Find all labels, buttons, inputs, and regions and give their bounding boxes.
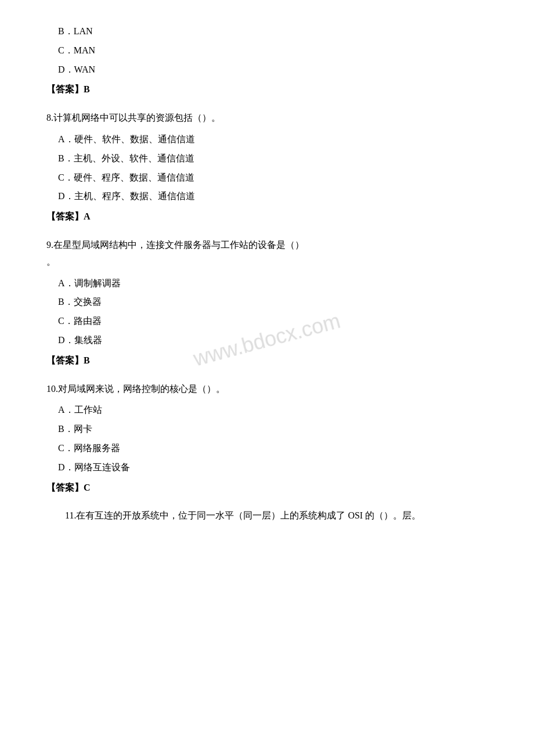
option-10-b: B．网卡 <box>58 421 488 438</box>
answer-prev: 【答案】B <box>46 81 488 98</box>
question-11: 11.在有互连的开放系统中，位于同一水平（同一层）上的系统构成了 OSI 的（）… <box>46 507 488 524</box>
question-10-text: 10.对局域网来说，网络控制的核心是（）。 <box>46 381 488 398</box>
question-prev: B．LAN C．MAN D．WAN 【答案】B <box>46 23 488 98</box>
option-9-a: A．调制解调器 <box>58 275 488 292</box>
option-10-d: D．网络互连设备 <box>58 459 488 476</box>
document-content: B．LAN C．MAN D．WAN 【答案】B 8.计算机网络中可以共享的资源包… <box>46 23 488 524</box>
option-prev-d: D．WAN <box>58 62 488 78</box>
option-9-c: C．路由器 <box>58 313 488 330</box>
question-11-text: 11.在有互连的开放系统中，位于同一水平（同一层）上的系统构成了 OSI 的（）… <box>46 507 488 524</box>
option-prev-c: C．MAN <box>58 42 488 59</box>
option-prev-b: B．LAN <box>58 23 488 40</box>
option-8-d: D．主机、程序、数据、通信信道 <box>58 188 488 205</box>
question-8-text: 8.计算机网络中可以共享的资源包括（）。 <box>46 110 488 127</box>
question-10: 10.对局域网来说，网络控制的核心是（）。 A．工作站 B．网卡 C．网络服务器… <box>46 381 488 496</box>
answer-9: 【答案】B <box>46 352 488 369</box>
question-9: 9.在星型局域网结构中，连接文件服务器与工作站的设备是（）。 A．调制解调器 B… <box>46 237 488 369</box>
option-8-b: B．主机、外设、软件、通信信道 <box>58 150 488 167</box>
option-9-d: D．集线器 <box>58 332 488 349</box>
answer-10: 【答案】C <box>46 480 488 496</box>
question-9-text: 9.在星型局域网结构中，连接文件服务器与工作站的设备是（）。 <box>46 237 488 271</box>
option-10-c: C．网络服务器 <box>58 440 488 457</box>
option-9-b: B．交换器 <box>58 294 488 311</box>
option-10-a: A．工作站 <box>58 402 488 419</box>
question-8: 8.计算机网络中可以共享的资源包括（）。 A．硬件、软件、数据、通信信道 B．主… <box>46 110 488 225</box>
option-8-c: C．硬件、程序、数据、通信信道 <box>58 170 488 186</box>
option-8-a: A．硬件、软件、数据、通信信道 <box>58 131 488 148</box>
answer-8: 【答案】A <box>46 208 488 225</box>
